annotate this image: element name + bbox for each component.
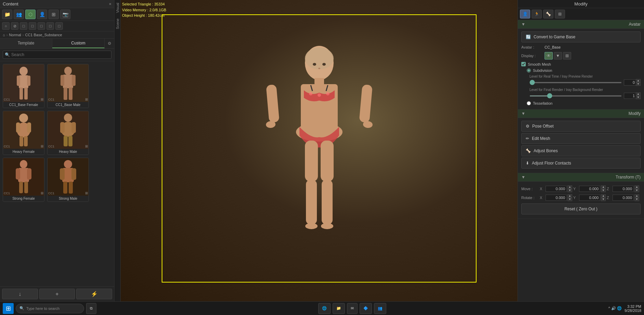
viewport[interactable]: Selected Triangle : 35334 Video Memory :… — [121, 0, 518, 301]
list-item[interactable]: CC1 ⊞ CC1_Base Female — [3, 64, 44, 108]
item-tag: CC1 — [48, 192, 54, 195]
display-btn-eye[interactable]: 👁 — [545, 52, 553, 60]
browser-icon[interactable]: 🌐 — [318, 303, 331, 314]
final-value-input[interactable] — [624, 93, 636, 99]
avatar-section-title: Avatar — [629, 22, 641, 27]
move-y-up[interactable]: ▲ — [601, 185, 606, 189]
final-spinner-arrows: ▲ ▼ — [636, 92, 641, 99]
convert-to-game-base-button[interactable]: 🔄 Convert to Game Base — [521, 31, 641, 42]
display-btn-grid[interactable]: ⊞ — [563, 52, 571, 60]
move-y-down[interactable]: ▼ — [601, 189, 606, 192]
circle-icon-btn[interactable]: ○ — [2, 22, 10, 30]
smooth-mesh-checkbox[interactable] — [521, 62, 526, 66]
systray: ^ 🔊 🌐 3:32 PM 9/28/2018 — [608, 304, 641, 313]
realtime-up-arrow[interactable]: ▲ — [636, 79, 641, 82]
breadcrumb-normal[interactable]: Normal — [9, 33, 21, 37]
tab-template[interactable]: Template — [0, 39, 52, 48]
list-item[interactable]: CC1 ⊞ Heavy Male — [47, 111, 89, 155]
breadcrumb-substance[interactable]: CC1 Base_Substance — [25, 33, 62, 37]
transform-section-title: Transform (T) — [616, 175, 641, 180]
breadcrumb-home-icon[interactable]: ⌂ — [3, 33, 5, 37]
move-y-input[interactable] — [579, 186, 600, 192]
rotate-x-up[interactable]: ▲ — [567, 194, 572, 198]
app1-taskbar-icon[interactable]: 🔷 — [360, 303, 372, 314]
rotate-z-down[interactable]: ▼ — [634, 198, 639, 201]
edit-mesh-button[interactable]: ✏ Edit Mesh — [521, 133, 641, 144]
svg-point-6 — [64, 67, 72, 75]
sq2-icon-btn[interactable]: □ — [29, 22, 36, 30]
modify-section-header[interactable]: ▼ Modify — [518, 109, 644, 118]
tab-custom[interactable]: Custom — [52, 39, 105, 48]
realtime-down-arrow[interactable]: ▼ — [636, 82, 641, 86]
right-toolbar: 👤 🏃 🦴 ⊞ — [518, 8, 644, 20]
avatar-icon-btn[interactable]: 👤 — [37, 10, 47, 19]
svg-point-53 — [305, 223, 318, 229]
folder-taskbar-icon[interactable]: 📁 — [333, 303, 345, 314]
rotate-y-up[interactable]: ▲ — [601, 194, 606, 198]
search-input[interactable] — [3, 51, 111, 59]
rotate-z-input[interactable] — [613, 195, 634, 201]
move-z-up[interactable]: ▲ — [634, 185, 639, 189]
visual-label[interactable]: Visual — [115, 0, 120, 16]
windows-search[interactable]: 🔍 Type here to search — [16, 304, 84, 313]
search-taskbar-placeholder: Type here to search — [26, 306, 59, 311]
rotate-z-up[interactable]: ▲ — [634, 194, 639, 198]
people-icon-btn[interactable]: 👥 — [14, 10, 24, 19]
move-z-down[interactable]: ▼ — [634, 189, 639, 192]
no-icon-btn[interactable]: ⊘ — [11, 22, 18, 30]
taskview-btn[interactable]: ⧉ — [86, 303, 96, 314]
display-btn-down[interactable]: ▼ — [554, 52, 562, 60]
rotate-x-down[interactable]: ▼ — [567, 198, 572, 201]
move-x-down[interactable]: ▼ — [567, 189, 572, 192]
final-up-arrow[interactable]: ▲ — [636, 92, 641, 96]
tessellation-radio[interactable] — [527, 101, 531, 105]
sq4-icon-btn[interactable]: □ — [46, 22, 54, 30]
avatar-section-header[interactable]: ▼ Avatar — [518, 20, 644, 29]
rotate-y-input[interactable] — [579, 195, 600, 201]
adjust-floor-contacts-button[interactable]: ⬇ Adjust Floor Contacts — [521, 158, 641, 169]
person-toolbar-btn[interactable]: 👤 — [520, 10, 530, 18]
rotate-x-input[interactable] — [546, 195, 567, 201]
list-item[interactable]: CC1 ⊞ Strong Female — [3, 158, 44, 202]
camera-icon-btn[interactable]: 📷 — [60, 10, 70, 19]
rotate-y-down[interactable]: ▼ — [601, 198, 606, 201]
grid-icon-btn[interactable]: ⊞ — [49, 10, 59, 19]
folder-icon-btn[interactable]: 📁 — [2, 10, 12, 19]
lightning-button[interactable]: ⚡ — [76, 289, 112, 299]
mail-taskbar-icon[interactable]: ✉ — [347, 303, 358, 314]
move-z-input[interactable] — [613, 186, 634, 192]
tessellation-label: Tessellation — [533, 101, 552, 105]
tab-settings-icon[interactable]: ⚙ — [105, 39, 114, 48]
close-icon[interactable]: × — [109, 1, 111, 6]
grid-toolbar-btn[interactable]: ⊞ — [555, 10, 565, 18]
transform-section-header[interactable]: ▼ Transform (T) — [518, 173, 644, 182]
final-down-arrow[interactable]: ▼ — [636, 96, 641, 99]
sq5-icon-btn[interactable]: □ — [55, 22, 63, 30]
realtime-slider[interactable] — [529, 82, 622, 83]
list-item[interactable]: CC1 ⊞ CC1_Base Male — [47, 64, 89, 108]
list-item[interactable]: CC1 ⊞ Strong Male — [47, 158, 89, 202]
scene-label[interactable]: Scene — [115, 16, 120, 32]
subdivision-radio[interactable] — [527, 68, 531, 73]
add-button[interactable]: + — [39, 289, 75, 299]
grid-row-1: CC1 ⊞ CC1_Base Female — [3, 64, 111, 108]
active-icon-btn[interactable]: ⬡ — [25, 10, 36, 19]
move-x-up[interactable]: ▲ — [567, 185, 572, 189]
adjust-bones-button[interactable]: 🦴 Adjust Bones — [521, 145, 641, 156]
app2-taskbar-icon[interactable]: 👥 — [374, 303, 386, 314]
sq1-icon-btn[interactable]: □ — [20, 22, 27, 30]
realtime-value-input[interactable] — [624, 79, 636, 86]
final-slider[interactable] — [529, 95, 622, 96]
list-item[interactable]: CC1 ⊞ Heavy Female — [3, 111, 44, 155]
item-tag: CC1 — [4, 98, 10, 101]
sq3-icon-btn[interactable]: □ — [38, 22, 45, 30]
bones-toolbar-btn[interactable]: 🦴 — [543, 10, 553, 18]
move-x-input[interactable] — [546, 186, 567, 192]
tabs-container: Template Custom ⚙ — [0, 39, 114, 49]
reset-zero-out-button[interactable]: Reset ( Zero Out ) — [521, 204, 641, 214]
download-button[interactable]: ↓ — [2, 289, 38, 299]
run-toolbar-btn[interactable]: 🏃 — [532, 10, 542, 18]
pose-offset-button[interactable]: ⚙ Pose Offset — [521, 121, 641, 132]
windows-start-button[interactable]: ⊞ — [3, 303, 14, 314]
clock: 3:32 PM 9/28/2018 — [625, 304, 641, 313]
